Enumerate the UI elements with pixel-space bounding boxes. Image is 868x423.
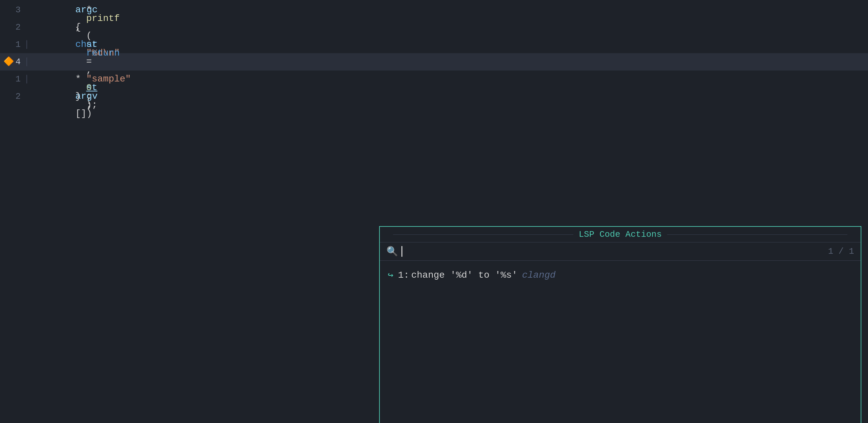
line-gutter-char: 1 — [0, 36, 24, 53]
search-cursor — [401, 246, 402, 257]
code-content-close: } — [24, 70, 868, 122]
lsp-title-bar: LSP Code Actions — [380, 227, 861, 242]
line-number-printf: 4 — [15, 53, 21, 70]
close-brace: } — [75, 91, 81, 101]
line-number-2: 2 — [15, 19, 21, 36]
line-separator-char: | — [24, 36, 30, 53]
code-lines: 3 int main ( int argc , char * argv []) — [0, 0, 868, 107]
lsp-title-line-right — [667, 235, 847, 235]
line-gutter-3: 3 — [0, 1, 24, 19]
line-separator-printf: | — [24, 53, 30, 70]
line-gutter-return: 1 — [0, 70, 24, 88]
line-number-return: 1 — [15, 70, 21, 88]
lsp-title-line-left — [393, 235, 574, 235]
line-gutter-close: 2 — [0, 88, 24, 105]
code-line-close: 2 } — [0, 88, 868, 105]
lsp-item-source-0: clangd — [522, 270, 556, 280]
lsp-item-0[interactable]: ↪ 1: change '%d' to '%s' clangd — [380, 264, 861, 286]
line-gutter-2: 2 — [0, 19, 24, 36]
line-number-char: 1 — [15, 36, 21, 53]
lsp-item-text-0: change '%d' to '%s' — [411, 270, 517, 280]
line-number-close: 2 — [15, 88, 21, 105]
search-icon: 🔍 — [386, 246, 398, 257]
line-gutter-printf: 🔶 4 — [0, 53, 24, 70]
lsp-title-text: LSP Code Actions — [579, 230, 662, 239]
code-editor: 3 int main ( int argc , char * argv []) — [0, 0, 868, 423]
func-printf: printf — [86, 13, 120, 24]
lsp-panel: LSP Code Actions 🔍 1 / 1 ↪ 1: change '%d… — [379, 226, 861, 423]
lsp-item-number-0: 1: — [398, 270, 409, 280]
lsp-items: ↪ 1: change '%d' to '%s' clangd — [380, 261, 861, 423]
lsp-title-wrapper: LSP Code Actions — [386, 230, 854, 239]
line-number-3: 3 — [15, 1, 21, 19]
lsp-search-bar[interactable]: 🔍 1 / 1 — [380, 242, 861, 261]
breakpoint-icon: 🔶 — [3, 53, 14, 70]
lsp-item-arrow-0: ↪ — [388, 269, 394, 281]
lsp-page-count: 1 / 1 — [828, 246, 854, 256]
keyword-return: return — [86, 48, 120, 58]
